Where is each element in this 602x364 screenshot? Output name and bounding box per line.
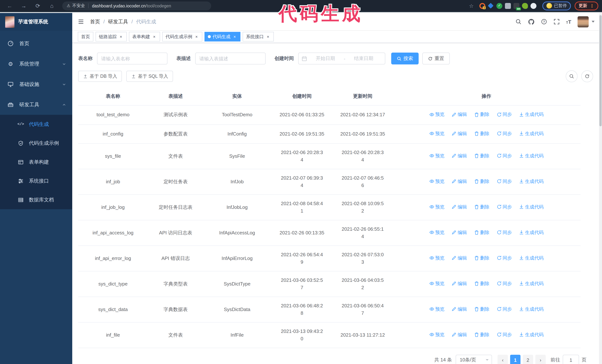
delete-link[interactable]: 删除 xyxy=(474,203,489,211)
reload-icon[interactable]: ⟳ xyxy=(33,2,42,9)
toggle-search-button[interactable] xyxy=(566,70,578,82)
edit-link[interactable]: 编辑 xyxy=(452,111,467,118)
bookmark-star-icon[interactable]: ☆ xyxy=(469,3,474,9)
preview-link[interactable]: 预览 xyxy=(429,203,445,211)
table-row[interactable]: inf_job 定时任务表 InfJob 2021-02-07 06:39:3 … xyxy=(78,169,580,195)
sync-link[interactable]: 同步 xyxy=(497,111,512,118)
delete-link[interactable]: 删除 xyxy=(474,152,489,160)
tag-home[interactable]: 首页 xyxy=(78,32,93,42)
gem-extension-icon[interactable] xyxy=(488,3,494,9)
prev-page-button[interactable]: ‹ xyxy=(497,355,508,364)
profile-paused-chip[interactable]: 已暂停 xyxy=(542,1,571,10)
edit-link[interactable]: 编辑 xyxy=(452,130,467,137)
generate-code-link[interactable]: 生成代码 xyxy=(519,254,544,262)
fullscreen-icon[interactable] xyxy=(553,19,560,25)
grid-extension-icon[interactable] xyxy=(505,3,511,9)
delete-link[interactable]: 删除 xyxy=(474,305,489,313)
sync-link[interactable]: 同步 xyxy=(497,331,512,338)
sync-link[interactable]: 同步 xyxy=(497,280,512,287)
font-size-icon[interactable]: TT xyxy=(566,18,571,25)
delete-link[interactable]: 删除 xyxy=(474,111,489,118)
table-row[interactable]: inf_file 文件表 InfFile 2021-03-13 09:43:2 … xyxy=(78,322,580,348)
table-row[interactable]: sys_file 文件表 SysFile 2021-02-06 20:28:3 … xyxy=(78,144,580,169)
table-desc-input[interactable] xyxy=(195,52,266,64)
sync-link[interactable]: 同步 xyxy=(497,152,512,160)
generate-code-link[interactable]: 生成代码 xyxy=(519,130,544,137)
tag-system-api[interactable]: 系统接口 × xyxy=(243,32,274,42)
close-icon[interactable]: × xyxy=(266,34,270,39)
forward-icon[interactable]: → xyxy=(19,3,28,9)
update-button[interactable]: 更新 ⋮ xyxy=(575,1,598,10)
tag-form-builder[interactable]: 表单构建 × xyxy=(129,32,160,42)
preview-link[interactable]: 预览 xyxy=(429,254,445,262)
table-row[interactable]: sys_dict_type 字典类型表 SysDictType 2021-03-… xyxy=(78,271,580,297)
generate-code-link[interactable]: 生成代码 xyxy=(519,152,544,160)
tag-codegen-example[interactable]: 代码生成示例 × xyxy=(162,32,202,42)
github-icon[interactable] xyxy=(528,18,535,25)
page-size-select[interactable]: 10条/页 xyxy=(456,355,492,364)
kebab-menu-icon[interactable]: ⋮ xyxy=(590,4,594,7)
switch-extension-icon[interactable]: on xyxy=(514,3,519,9)
scrollbar[interactable] xyxy=(599,13,602,364)
delete-link[interactable]: 删除 xyxy=(474,229,489,236)
table-row[interactable]: inf_api_access_log API 访问日志表 InfApiAcces… xyxy=(78,220,580,246)
delete-link[interactable]: 删除 xyxy=(474,331,489,338)
table-row[interactable]: inf_api_error_log API 错误日志 InfApiErrorLo… xyxy=(78,246,580,271)
avatar[interactable] xyxy=(578,16,589,27)
puzzle-extension-icon[interactable] xyxy=(530,3,537,9)
sync-link[interactable]: 同步 xyxy=(497,305,512,313)
home-icon[interactable]: ⌂ xyxy=(47,3,56,9)
table-name-input[interactable] xyxy=(97,52,167,64)
table-row[interactable]: inf_config 参数配置表 InfConfig 2021-02-06 19… xyxy=(78,125,580,144)
generate-code-link[interactable]: 生成代码 xyxy=(519,280,544,287)
preview-link[interactable]: 预览 xyxy=(429,111,445,118)
delete-link[interactable]: 删除 xyxy=(474,130,489,137)
delete-link[interactable]: 删除 xyxy=(474,280,489,287)
sidebar-item-codegen-example[interactable]: 代码生成示例 xyxy=(0,134,72,153)
generate-code-link[interactable]: 生成代码 xyxy=(519,178,544,185)
goto-page-input[interactable] xyxy=(563,355,579,364)
search-button[interactable]: 搜索 xyxy=(391,52,419,64)
sync-link[interactable]: 同步 xyxy=(497,130,512,137)
edit-link[interactable]: 编辑 xyxy=(452,229,467,236)
generate-code-link[interactable]: 生成代码 xyxy=(519,229,544,236)
edit-link[interactable]: 编辑 xyxy=(452,254,467,262)
generate-code-link[interactable]: 生成代码 xyxy=(519,305,544,313)
close-icon[interactable]: × xyxy=(232,34,237,39)
sidebar-item-db-doc[interactable]: 数据库文档 xyxy=(0,190,72,209)
edit-link[interactable]: 编辑 xyxy=(452,280,467,287)
app-logo[interactable]: 芋道管理系统 xyxy=(0,13,72,31)
import-db-button[interactable]: 基于 DB 导入 xyxy=(78,71,122,82)
scrollbar-thumb[interactable] xyxy=(599,15,602,126)
sync-link[interactable]: 同步 xyxy=(497,203,512,211)
edit-link[interactable]: 编辑 xyxy=(452,305,467,313)
avatar-caret-icon[interactable] xyxy=(592,21,595,23)
adblock-extension-icon[interactable]: 1 xyxy=(479,3,485,9)
sync-link[interactable]: 同步 xyxy=(497,229,512,236)
next-page-button[interactable]: › xyxy=(535,355,546,364)
refresh-table-button[interactable] xyxy=(581,70,593,82)
help-icon[interactable]: ? xyxy=(541,19,547,25)
check-extension-icon[interactable] xyxy=(496,3,502,9)
close-icon[interactable]: × xyxy=(194,34,199,39)
hamburger-icon[interactable] xyxy=(78,19,84,25)
sidebar-item-devtools[interactable]: 研发工具 xyxy=(0,94,72,115)
sidebar-item-codegen[interactable]: </> 代码生成 xyxy=(0,115,72,134)
sidebar-item-infra[interactable]: 基础设施 xyxy=(0,74,72,94)
breadcrumb-home[interactable]: 首页 xyxy=(90,18,100,25)
green-extension-icon[interactable] xyxy=(522,3,528,9)
sidebar-item-form-builder[interactable]: 表单构建 xyxy=(0,153,72,171)
breadcrumb-devtools[interactable]: 研发工具 xyxy=(108,18,128,25)
table-row[interactable]: inf_job_log 定时任务日志表 InfJobLog 2021-02-08… xyxy=(78,195,580,220)
preview-link[interactable]: 预览 xyxy=(429,229,445,236)
edit-link[interactable]: 编辑 xyxy=(452,331,467,338)
generate-code-link[interactable]: 生成代码 xyxy=(519,331,544,338)
import-sql-button[interactable]: 基于 SQL 导入 xyxy=(127,71,173,82)
edit-link[interactable]: 编辑 xyxy=(452,203,467,211)
table-row[interactable]: tool_test_demo 测试示例表 ToolTestDemo 2021-0… xyxy=(78,105,580,125)
close-icon[interactable]: × xyxy=(118,34,123,39)
table-row[interactable]: sys_dict_data 字典数据表 SysDictData 2021-03-… xyxy=(78,297,580,322)
tag-trace[interactable]: 链路追踪 × xyxy=(96,32,127,42)
delete-link[interactable]: 删除 xyxy=(474,254,489,262)
page-2-button[interactable]: 2 xyxy=(523,355,533,364)
